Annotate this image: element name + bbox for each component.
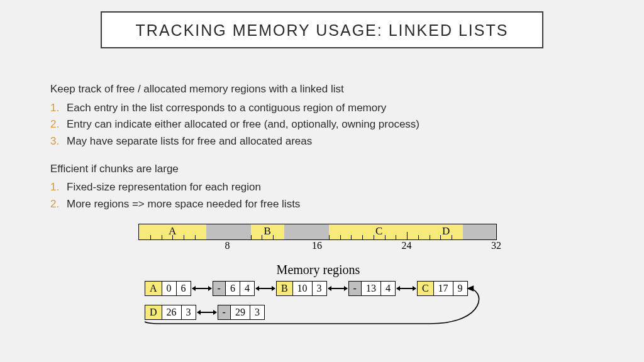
node-row-2: D263-293 xyxy=(145,305,517,320)
intro-text-2: Efficient if chunks are large xyxy=(50,162,594,177)
list-node: C179 xyxy=(417,281,468,296)
slide-body: Keep track of free / allocated memory re… xyxy=(50,82,594,224)
list-node: D263 xyxy=(145,305,196,320)
memory-segment: C xyxy=(329,224,430,239)
list2-item: More regions => more space needed for fr… xyxy=(67,198,300,210)
intro-text-1: Keep track of free / allocated memory re… xyxy=(50,82,594,97)
link-arrow-icon xyxy=(397,288,416,289)
axis-label: 16 xyxy=(312,240,322,251)
memory-segment xyxy=(206,224,251,239)
memory-bar: ABCD xyxy=(138,224,497,240)
axis-label: 8 xyxy=(225,240,230,251)
memory-figure: ABCD 8 16 24 32 Memory regions A06-64B10… xyxy=(119,224,517,322)
axis-label: 32 xyxy=(491,240,501,251)
linked-list-diagram: A06-64B103-134C179 D263-293 xyxy=(145,281,517,320)
figure-caption: Memory regions xyxy=(119,263,517,277)
bullet-list-2: 1.Fixed-size representation for each reg… xyxy=(50,179,594,212)
memory-segment: A xyxy=(139,224,206,239)
list-node: -134 xyxy=(348,281,396,296)
memory-segment xyxy=(284,224,329,239)
node-row-1: A06-64B103-134C179 xyxy=(145,281,517,296)
link-arrow-icon xyxy=(328,288,347,289)
link-arrow-icon xyxy=(256,288,275,289)
link-arrow-icon xyxy=(197,312,216,313)
list2-item: Fixed-size representation for each regio… xyxy=(67,181,261,193)
list1-item: May have separate lists for free and all… xyxy=(67,135,312,147)
list-node: -293 xyxy=(218,305,265,320)
memory-segment: B xyxy=(251,224,284,239)
list-node: -64 xyxy=(213,281,255,296)
list-node: B103 xyxy=(276,281,327,296)
memory-segment xyxy=(463,224,496,239)
list1-item: Each entry in the list corresponds to a … xyxy=(67,102,386,114)
axis-label: 24 xyxy=(402,240,412,251)
bullet-list-1: 1.Each entry in the list corresponds to … xyxy=(50,100,594,150)
list-node: A06 xyxy=(145,281,191,296)
slide-title: TRACKING MEMORY USAGE: LINKED LISTS xyxy=(101,11,543,48)
link-arrow-icon xyxy=(192,288,211,289)
memory-segment: D xyxy=(430,224,463,239)
list1-item: Entry can indicate either allocated or f… xyxy=(67,118,419,130)
